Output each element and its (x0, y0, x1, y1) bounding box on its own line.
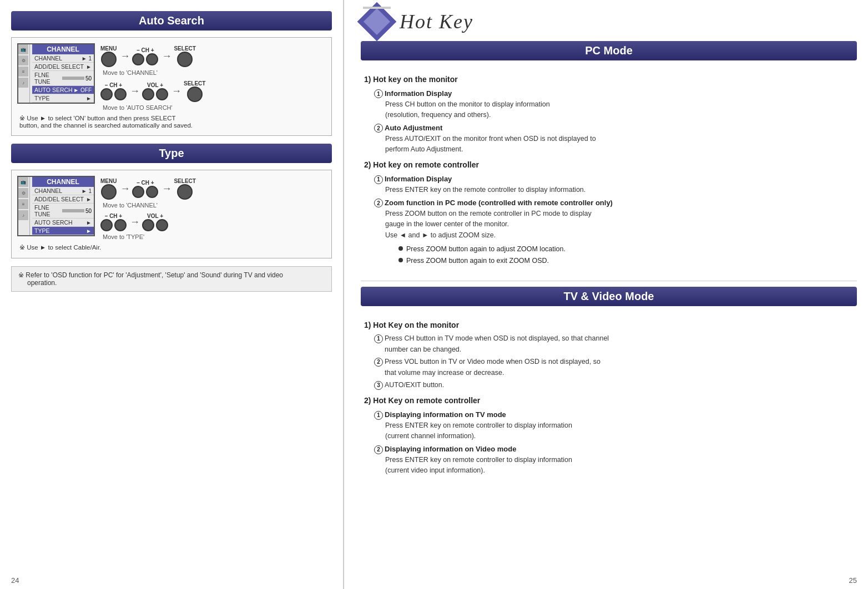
pc-mode-section: PC Mode 1) Hot key on the monitor 1 Info… (361, 41, 857, 271)
tv-item-3-num: 3 (374, 381, 383, 390)
tv-mode-content: 1) Hot Key on the monitor 1 Press CH but… (361, 313, 857, 480)
channel-row-add: ADD/DEL SELECT ► (32, 63, 94, 71)
move-label-1: Move to 'CHANNEL' (103, 69, 326, 76)
auto-search-section: Auto Search 📺 ⚙ ≡ ♪ CHANNEL (11, 11, 332, 136)
pc-item-2-title: Auto Adjustment (385, 123, 442, 134)
hot-key-title: Hot Key (361, 8, 857, 35)
channel-row2-add: ADD/DEL SELECT ► (32, 195, 94, 204)
channel-row2-flne: FLNE TUNE 50 (32, 204, 94, 219)
pc-remote-item-1-text: Press ENTER key on the remote controller… (374, 185, 854, 195)
move-label-type-1: Move to 'CHANNEL' (103, 202, 326, 209)
sidebar-icons-2: 📺 ⚙ ≡ ♪ (18, 177, 30, 235)
type-controls-line-2: – CH + → VOL + (100, 213, 326, 231)
ch-plus-type-2 (114, 219, 127, 231)
controls-line-1: MENU → – CH + → S (100, 45, 326, 67)
ch-plus-btn-2 (114, 88, 127, 100)
tv-remote-item-2-text: Press ENTER key on remote controller to … (374, 455, 854, 476)
pc-item-1-title: Information Display (385, 88, 452, 99)
channel-menu-header-2: CHANNEL (32, 177, 94, 187)
type-controls-line-1: MENU → – CH + → S (100, 178, 326, 200)
tv-mode-header: TV & Video Mode (361, 287, 857, 306)
pc-remote-item-2-title: Zoom function in PC mode (controlled wit… (385, 197, 613, 209)
sidebar-icons-1: 📺 ⚙ ≡ ♪ (18, 44, 30, 103)
setup-icon-2: ≡ (18, 199, 28, 209)
channel-row2-channel: CHANNEL ► 1 (32, 187, 94, 195)
channel-icon: 📺 (18, 44, 28, 54)
ch-minus-btn-2 (100, 88, 113, 100)
pc-item-1: 1 Information Display Press CH button on… (364, 88, 854, 121)
tv-remote-item-2: 2 Displaying information on Video mode P… (364, 444, 854, 476)
page-number-left: 24 (11, 576, 19, 585)
channel-row-type: TYPE ► (32, 94, 94, 103)
auto-search-content: 📺 ⚙ ≡ ♪ CHANNEL CHANNEL ► 1 (11, 37, 332, 136)
pc-section2-title: 2) Hot key on remote controller (364, 159, 854, 171)
zoom-bullet-2: Press ZOOM button again to exit ZOOM OSD… (385, 256, 854, 266)
tv-item-2-text: Press VOL button in TV or Video mode whe… (385, 357, 600, 378)
type-note: ※ Use ► to select Cable/Air. (17, 243, 326, 251)
auto-search-controls: MENU → – CH + → S (100, 43, 326, 111)
channel-menu-2: 📺 ⚙ ≡ ♪ CHANNEL CHANNEL ► 1 (17, 176, 95, 236)
pc-section1-title: 1) Hot key on the monitor (364, 74, 854, 86)
tv-remote-item-1-num: 1 (374, 411, 383, 420)
channel-row-channel: CHANNEL ► 1 (32, 54, 94, 63)
type-header: Type (11, 144, 332, 163)
tv-item-3-text: AUTO/EXIT button. (385, 380, 444, 390)
move-label-type-2: Move to 'TYPE' (103, 233, 326, 240)
select-btn-2 (187, 87, 203, 102)
adjust-icon: ⚙ (18, 55, 28, 65)
ch-minus-btn-1 (132, 53, 144, 65)
channel-row2-auto-serch: AUTO SERCH ► (32, 219, 94, 227)
tv-mode-section: TV & Video Mode 1) Hot Key on the monito… (361, 287, 857, 480)
ch-minus-type-2 (100, 219, 113, 231)
channel-icon-2: 📺 (18, 177, 28, 187)
tv-item-1: 1 Press CH button in TV mode when OSD is… (364, 333, 854, 355)
type-content: 📺 ⚙ ≡ ♪ CHANNEL CHANNEL ► 1 (11, 170, 332, 258)
channel-row-auto-serch: AUTO SERCH ► OFF (32, 86, 94, 94)
ch-plus-btn-1 (146, 53, 158, 65)
ch-plus-type-1 (146, 186, 158, 198)
move-label-2: Move to 'AUTO SEARCH' (103, 104, 326, 111)
pc-item-1-text: Press CH button on the monitor to displa… (374, 99, 854, 121)
auto-search-header: Auto Search (11, 11, 332, 31)
tv-remote-item-2-num: 2 (374, 445, 383, 454)
page-number-right: 25 (849, 576, 857, 585)
channel-row-flne: FLNE TUNE 50 (32, 71, 94, 86)
tv-item-1-text: Press CH button in TV mode when OSD is n… (385, 333, 609, 355)
pc-remote-item-2-num: 2 (374, 199, 383, 207)
pc-remote-item-1-title: Information Display (385, 174, 452, 185)
zoom-bullet-1: Press ZOOM button again to adjust ZOOM l… (385, 244, 854, 255)
type-controls: MENU → – CH + → S (100, 176, 326, 240)
pc-item-2-text: Press AUTO/EXIT on the monitor front whe… (374, 134, 854, 155)
osd-note-box: ※ Refer to 'OSD function for PC' for 'Ad… (11, 266, 332, 292)
channel-menu-header-1: CHANNEL (32, 44, 94, 54)
right-panel: Hot Key PC Mode 1) Hot key on the monito… (344, 0, 868, 589)
channel-row2-type: TYPE ► (32, 227, 94, 235)
pc-mode-header: PC Mode (361, 41, 857, 60)
vol-plus-type (156, 219, 168, 231)
vol-minus-btn (142, 88, 154, 100)
hot-key-text: Hot Key (400, 10, 473, 33)
tv-remote-item-1-title: Displaying information on TV mode (385, 409, 506, 420)
pc-item-2: 2 Auto Adjustment Press AUTO/EXIT on the… (364, 123, 854, 155)
ch-minus-type-1 (132, 186, 144, 198)
sound-icon-2: ♪ (18, 210, 28, 220)
pc-remote-item-1-num: 1 (374, 175, 383, 184)
tv-item-2: 2 Press VOL button in TV or Video mode w… (364, 357, 854, 378)
type-section: Type 📺 ⚙ ≡ ♪ CHANNEL (11, 144, 332, 258)
vol-plus-btn (156, 88, 168, 100)
tv-item-2-num: 2 (374, 358, 383, 367)
adjust-icon-2: ⚙ (18, 188, 28, 198)
divider (361, 281, 857, 281)
pc-remote-item-2-text: Press ZOOM button on the remote controll… (374, 209, 854, 241)
pc-item-1-num: 1 (374, 89, 383, 98)
menu-btn-type-1 (101, 184, 117, 200)
vol-minus-type (142, 219, 154, 231)
pc-mode-content: 1) Hot key on the monitor 1 Information … (361, 67, 857, 271)
controls-line-2: – CH + → VOL + (100, 80, 326, 102)
left-panel: Auto Search 📺 ⚙ ≡ ♪ CHANNEL (0, 0, 344, 589)
tv-item-3: 3 AUTO/EXIT button. (364, 380, 854, 390)
sound-icon: ♪ (18, 78, 28, 88)
channel-menu-1: 📺 ⚙ ≡ ♪ CHANNEL CHANNEL ► 1 (17, 43, 95, 104)
setup-icon: ≡ (18, 67, 28, 77)
tv-section1-title: 1) Hot Key on the monitor (364, 319, 854, 332)
